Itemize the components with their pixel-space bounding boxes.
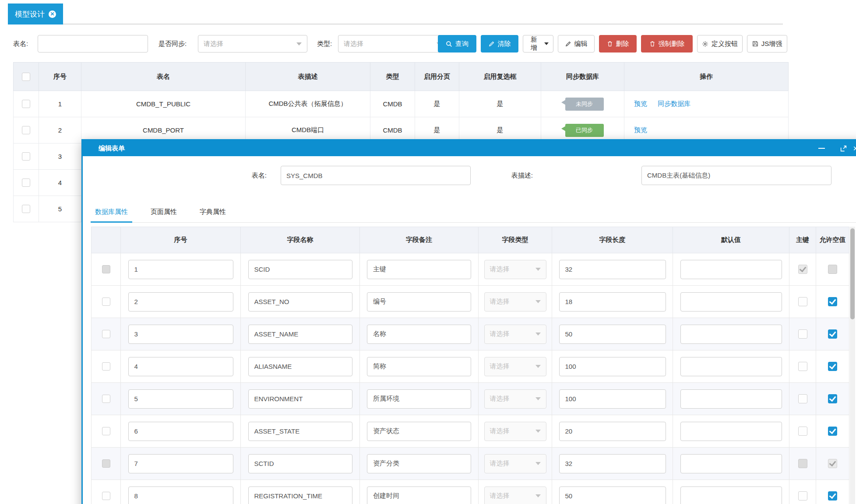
- define-button[interactable]: 定义按钮: [697, 35, 743, 52]
- pk-checkbox[interactable]: [798, 427, 807, 436]
- pk-checkbox[interactable]: [798, 265, 807, 274]
- field-type-select[interactable]: 请选择: [484, 260, 546, 279]
- field-row-checkbox[interactable]: [102, 362, 110, 371]
- tab-model-design[interactable]: 模型设计 ✕: [8, 4, 63, 24]
- row-checkbox[interactable]: [22, 100, 30, 108]
- field-row-checkbox[interactable]: [102, 395, 110, 403]
- seq-input[interactable]: [128, 292, 233, 312]
- field-type-select[interactable]: 请选择: [484, 486, 546, 504]
- field-length-input[interactable]: [559, 389, 666, 409]
- seq-input[interactable]: [128, 486, 233, 504]
- search-button[interactable]: 查询: [438, 35, 476, 52]
- field-comment-input[interactable]: [367, 260, 471, 279]
- field-comment-input[interactable]: [367, 357, 471, 376]
- close-button[interactable]: ×: [850, 140, 856, 156]
- seq-input[interactable]: [128, 422, 233, 441]
- field-default-input[interactable]: [680, 260, 782, 279]
- field-row-checkbox[interactable]: [102, 459, 110, 468]
- field-name-input[interactable]: [248, 357, 352, 376]
- field-name-input[interactable]: [248, 325, 352, 344]
- field-length-input[interactable]: [559, 260, 666, 279]
- pk-checkbox[interactable]: [798, 329, 807, 339]
- delete-button[interactable]: 删除: [599, 35, 637, 52]
- maximize-button[interactable]: [838, 140, 849, 156]
- scrollbar-track[interactable]: [850, 227, 855, 504]
- tab-close-icon[interactable]: ✕: [49, 10, 56, 18]
- field-length-input[interactable]: [559, 292, 666, 312]
- table-row[interactable]: 1 CMDB_T_PUBLIC CMDB公共表（拓展信息） CMDB 是 是 未…: [14, 91, 789, 117]
- tab-database-props[interactable]: 数据库属性: [93, 208, 130, 222]
- modal-table-name-input[interactable]: [281, 166, 471, 185]
- nullable-checkbox[interactable]: [828, 459, 837, 468]
- modal-table-desc-input[interactable]: [641, 166, 831, 185]
- nullable-checkbox[interactable]: [828, 491, 837, 500]
- field-name-input[interactable]: [248, 454, 352, 473]
- field-length-input[interactable]: [559, 422, 666, 441]
- nullable-checkbox[interactable]: [828, 427, 837, 436]
- field-name-input[interactable]: [248, 292, 352, 312]
- scrollbar-thumb[interactable]: [850, 228, 855, 319]
- preview-link[interactable]: 预览: [634, 100, 647, 107]
- seq-input[interactable]: [128, 357, 233, 376]
- row-checkbox[interactable]: [22, 205, 30, 213]
- field-comment-input[interactable]: [367, 486, 471, 504]
- force-delete-button[interactable]: 强制删除: [641, 35, 693, 52]
- field-length-input[interactable]: [559, 454, 666, 473]
- field-comment-input[interactable]: [367, 292, 471, 312]
- field-default-input[interactable]: [680, 292, 782, 312]
- row-checkbox[interactable]: [22, 152, 30, 161]
- sync-db-link[interactable]: 同步数据库: [658, 100, 690, 107]
- pk-checkbox[interactable]: [798, 362, 807, 371]
- nullable-checkbox[interactable]: [828, 394, 837, 403]
- field-type-select[interactable]: 请选择: [484, 422, 546, 441]
- nullable-checkbox[interactable]: [828, 265, 837, 274]
- clear-button[interactable]: 清除: [481, 35, 518, 52]
- field-name-input[interactable]: [248, 422, 352, 441]
- field-type-select[interactable]: 请选择: [484, 389, 546, 409]
- field-default-input[interactable]: [680, 422, 782, 441]
- field-row-checkbox[interactable]: [102, 298, 110, 306]
- field-default-input[interactable]: [680, 454, 782, 473]
- pk-checkbox[interactable]: [798, 394, 807, 403]
- field-comment-input[interactable]: [367, 454, 471, 473]
- field-name-input[interactable]: [248, 486, 352, 504]
- field-row-checkbox[interactable]: [102, 265, 110, 273]
- nullable-checkbox[interactable]: [828, 297, 837, 306]
- field-row-checkbox[interactable]: [102, 330, 110, 338]
- pk-checkbox[interactable]: [798, 297, 807, 306]
- field-comment-input[interactable]: [367, 422, 471, 441]
- pk-checkbox[interactable]: [798, 459, 807, 468]
- type-filter-select[interactable]: 请选择: [338, 35, 447, 52]
- minimize-button[interactable]: [816, 140, 827, 156]
- edit-button[interactable]: 编辑: [558, 35, 595, 52]
- field-row-checkbox[interactable]: [102, 427, 110, 435]
- seq-input[interactable]: [128, 389, 233, 409]
- js-enhance-button[interactable]: JS增强: [747, 35, 787, 52]
- field-name-input[interactable]: [248, 260, 352, 279]
- select-all-checkbox[interactable]: [22, 73, 30, 81]
- preview-link[interactable]: 预览: [634, 126, 647, 133]
- seq-input[interactable]: [128, 325, 233, 344]
- seq-input[interactable]: [128, 260, 233, 279]
- field-comment-input[interactable]: [367, 389, 471, 409]
- field-type-select[interactable]: 请选择: [484, 357, 546, 376]
- field-name-input[interactable]: [248, 389, 352, 409]
- dialog-titlebar[interactable]: 编辑表单 ×: [83, 140, 856, 156]
- table-name-input[interactable]: [38, 35, 148, 52]
- seq-input[interactable]: [128, 454, 233, 473]
- field-length-input[interactable]: [559, 486, 666, 504]
- row-checkbox[interactable]: [22, 126, 30, 134]
- field-type-select[interactable]: 请选择: [484, 325, 546, 344]
- field-default-input[interactable]: [680, 357, 782, 376]
- field-default-input[interactable]: [680, 389, 782, 409]
- field-default-input[interactable]: [680, 325, 782, 344]
- nullable-checkbox[interactable]: [828, 362, 837, 371]
- field-length-input[interactable]: [559, 357, 666, 376]
- field-default-input[interactable]: [680, 486, 782, 504]
- row-checkbox[interactable]: [22, 178, 30, 187]
- nullable-checkbox[interactable]: [828, 329, 837, 339]
- tab-page-props[interactable]: 页面属性: [149, 208, 179, 222]
- tab-dict-props[interactable]: 字典属性: [198, 208, 228, 222]
- field-type-select[interactable]: 请选择: [484, 292, 546, 312]
- field-length-input[interactable]: [559, 325, 666, 344]
